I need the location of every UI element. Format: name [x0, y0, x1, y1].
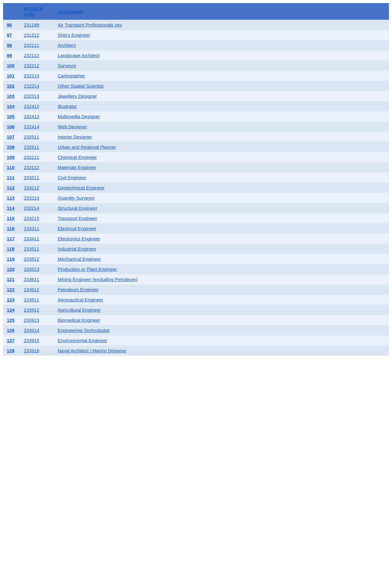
row-number[interactable]: 103 — [3, 91, 20, 101]
occupation-link[interactable]: Production or Plant Engineer — [58, 267, 117, 272]
row-number[interactable]: 100 — [3, 60, 20, 71]
occupation-link[interactable]: Biomedical Engineer — [58, 317, 100, 323]
row-number[interactable]: 127 — [3, 335, 20, 346]
anzsco-code[interactable]: 233214 — [20, 203, 54, 213]
row-number-link[interactable]: 96 — [7, 22, 12, 27]
anzsco-code[interactable]: 233913 — [20, 315, 54, 325]
row-number[interactable]: 117 — [3, 234, 20, 244]
anzsco-code[interactable]: 232212 — [20, 60, 54, 71]
anzsco-code-link[interactable]: 233513 — [24, 267, 39, 272]
row-number[interactable]: 118 — [3, 244, 20, 254]
occupation-link[interactable]: Engineering Technologist — [58, 328, 109, 333]
anzsco-code[interactable]: 232412 — [20, 101, 54, 111]
anzsco-header[interactable]: ANZSCO code — [20, 3, 54, 20]
occupation-link[interactable]: Naval Architect \ Marine Designer — [58, 348, 127, 353]
anzsco-code-link[interactable]: 232112 — [24, 53, 39, 58]
occupation-name[interactable]: Materials Engineer — [54, 162, 389, 172]
row-number-link[interactable]: 117 — [7, 236, 15, 241]
anzsco-code-link[interactable]: 233213 — [24, 195, 39, 201]
occupation-name[interactable]: Electrical Engineer — [54, 223, 389, 234]
occupation-name[interactable]: Web Designer — [54, 122, 389, 132]
occupation-name[interactable]: Industrial Engineer — [54, 244, 389, 254]
anzsco-code[interactable]: 231212 — [20, 30, 54, 40]
anzsco-code-link[interactable]: 233112 — [24, 165, 39, 170]
row-number-link[interactable]: 101 — [7, 73, 15, 78]
occupation-name[interactable]: Surveyor — [54, 60, 389, 71]
anzsco-code-link[interactable]: 233612 — [24, 287, 39, 292]
row-number-link[interactable]: 118 — [7, 246, 15, 251]
row-number-link[interactable]: 98 — [7, 43, 12, 48]
anzsco-code-link[interactable]: 233211 — [24, 175, 39, 180]
occupation-link[interactable]: Aeronautical Engineer — [58, 297, 103, 302]
row-number[interactable]: 122 — [3, 284, 20, 295]
row-number-link[interactable]: 113 — [7, 195, 15, 201]
occupation-name[interactable]: Air Transport Professionals nec — [54, 20, 389, 30]
anzsco-code-link[interactable]: 232511 — [24, 134, 39, 139]
anzsco-code-link[interactable]: 233111 — [24, 155, 39, 160]
anzsco-code-link[interactable]: 231199 — [24, 22, 39, 27]
row-number[interactable]: 119 — [3, 254, 20, 264]
occupation-link[interactable]: Cartographer — [58, 73, 85, 78]
anzsco-code[interactable]: 232611 — [20, 142, 54, 152]
anzsco-code-link[interactable]: 232213 — [24, 73, 39, 78]
row-number[interactable]: 109 — [3, 152, 20, 162]
occupation-name[interactable]: Multimedia Designer — [54, 111, 389, 122]
anzsco-code-link[interactable]: 233512 — [24, 256, 39, 262]
row-number-link[interactable]: 115 — [7, 216, 15, 221]
anzsco-code[interactable]: 232213 — [20, 71, 54, 81]
anzsco-code[interactable]: 233912 — [20, 305, 54, 315]
row-number-link[interactable]: 124 — [7, 307, 15, 313]
anzsco-code[interactable]: 233212 — [20, 183, 54, 193]
occupation-name[interactable]: Civil Engineer — [54, 172, 389, 183]
row-number[interactable]: 112 — [3, 183, 20, 193]
anzsco-code[interactable]: 232111 — [20, 40, 54, 50]
occupation-name[interactable]: Electronics Engineer — [54, 234, 389, 244]
row-number[interactable]: 113 — [3, 193, 20, 203]
anzsco-code[interactable]: 233211 — [20, 172, 54, 183]
anzsco-code-link[interactable]: 231212 — [24, 32, 39, 38]
occupation-name[interactable]: Chemical Engineer — [54, 152, 389, 162]
occupation-name[interactable]: Geotechnical Engineer — [54, 183, 389, 193]
anzsco-code-link[interactable]: 232212 — [24, 63, 39, 68]
occupation-name[interactable]: Mining Engineer (excluding Petroleum) — [54, 274, 389, 284]
row-number-link[interactable]: 112 — [7, 185, 15, 190]
row-number-link[interactable]: 111 — [7, 175, 15, 180]
row-number[interactable]: 126 — [3, 325, 20, 335]
occupation-name[interactable]: Architect — [54, 40, 389, 50]
occupation-link[interactable]: Interior Designer — [58, 134, 92, 139]
occupation-link[interactable]: Surveyor — [58, 63, 76, 68]
anzsco-code[interactable]: 232511 — [20, 132, 54, 142]
anzsco-code[interactable]: 232414 — [20, 122, 54, 132]
row-number-link[interactable]: 97 — [7, 32, 12, 38]
occupation-link[interactable]: Architect — [58, 43, 76, 48]
occupation-header[interactable]: Occupation — [54, 3, 389, 20]
anzsco-code[interactable]: 232112 — [20, 50, 54, 60]
row-number[interactable]: 123 — [3, 295, 20, 305]
anzsco-code[interactable]: 232313 — [20, 91, 54, 101]
occupation-link[interactable]: Petroleum Engineer — [58, 287, 99, 292]
row-number-link[interactable]: 103 — [7, 93, 15, 99]
row-number-link[interactable]: 104 — [7, 104, 15, 109]
anzsco-code[interactable]: 233511 — [20, 244, 54, 254]
row-number-link[interactable]: 110 — [7, 165, 15, 170]
occupation-name[interactable]: Cartographer — [54, 71, 389, 81]
anzsco-code[interactable]: 233411 — [20, 234, 54, 244]
occupation-name[interactable]: Interior Designer — [54, 132, 389, 142]
row-number-link[interactable]: 100 — [7, 63, 15, 68]
occupation-header-link[interactable]: Occupation — [58, 9, 83, 14]
occupation-name[interactable]: Jewellery Designer — [54, 91, 389, 101]
anzsco-code-link[interactable]: 232412 — [24, 104, 39, 109]
anzsco-code-link[interactable]: 232611 — [24, 144, 39, 150]
occupation-name[interactable]: Illustrator — [54, 101, 389, 111]
row-number[interactable]: 114 — [3, 203, 20, 213]
anzsco-code-link[interactable]: 233411 — [24, 236, 39, 241]
row-number[interactable]: 125 — [3, 315, 20, 325]
anzsco-code[interactable]: 232413 — [20, 111, 54, 122]
anzsco-code-link[interactable]: 233611 — [24, 277, 39, 282]
occupation-link[interactable]: Mechanical Engineer — [58, 256, 101, 262]
occupation-link[interactable]: Environmental Engineer — [58, 338, 107, 343]
row-number-link[interactable]: 121 — [7, 277, 15, 282]
occupation-link[interactable]: Multimedia Designer — [58, 114, 100, 119]
anzsco-code[interactable]: 233112 — [20, 162, 54, 172]
anzsco-code[interactable]: 233311 — [20, 223, 54, 234]
